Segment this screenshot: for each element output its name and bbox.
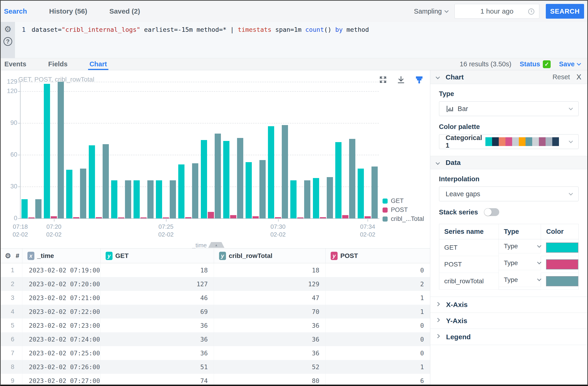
bar-cribl_rowTotal[interactable] <box>125 180 131 218</box>
bar-cribl_rowTotal[interactable] <box>170 180 176 218</box>
chart-settings-header[interactable]: Chart Reset X <box>430 70 587 84</box>
bar-POST[interactable] <box>275 217 281 218</box>
reset-button[interactable]: Reset <box>552 73 570 81</box>
bar-cribl_rowTotal[interactable] <box>147 180 154 218</box>
column-header-POST[interactable]: yPOST <box>326 249 430 263</box>
bar-cribl_rowTotal[interactable] <box>304 180 310 218</box>
bar-POST[interactable] <box>252 216 259 218</box>
table-settings-gear-icon[interactable]: ⚙ <box>5 252 11 259</box>
nav-tab-history[interactable]: History (56) <box>49 7 87 15</box>
sampling-dropdown[interactable]: Sampling <box>414 8 448 15</box>
paintbrush-icon[interactable] <box>415 75 424 84</box>
bar-POST[interactable] <box>118 217 124 218</box>
bar-GET[interactable] <box>89 145 95 218</box>
column-header-GET[interactable]: yGET <box>101 249 214 263</box>
series-type-dropdown[interactable]: Type <box>499 256 541 270</box>
x-axis-label: _time <box>192 242 207 249</box>
query-text[interactable]: dataset="cribl_internal_logs" earliest=-… <box>32 26 369 33</box>
panel-resize-handle[interactable]: ▲ <box>208 242 224 248</box>
close-icon[interactable]: X <box>576 73 581 81</box>
bar-POST[interactable] <box>51 216 57 218</box>
legend-item[interactable]: POST <box>382 206 424 213</box>
bar-cribl_rowTotal[interactable] <box>35 199 42 218</box>
bar-GET[interactable] <box>156 180 162 218</box>
bar-cribl_rowTotal[interactable] <box>282 125 288 218</box>
bar-cribl_rowTotal[interactable] <box>259 160 266 218</box>
expand-icon[interactable] <box>379 76 387 84</box>
axis-badge-x: x <box>27 252 34 260</box>
color-palette-dropdown[interactable]: Categorical 1 <box>439 134 579 149</box>
save-dropdown[interactable]: Save <box>559 60 580 68</box>
section-y-axis[interactable]: Y-Axis <box>430 313 587 329</box>
bar-cribl_rowTotal[interactable] <box>103 144 109 218</box>
column-header-#[interactable]: ⚙# <box>1 249 22 263</box>
query-code-area[interactable]: 1 dataset="cribl_internal_logs" earliest… <box>15 22 587 58</box>
section-legend[interactable]: Legend <box>430 329 587 345</box>
interpolation-dropdown[interactable]: Leave gaps <box>439 187 579 201</box>
bar-GET[interactable] <box>290 180 296 218</box>
bar-POST[interactable] <box>28 217 35 218</box>
series-type-dropdown[interactable]: Type <box>499 273 541 287</box>
bar-GET[interactable] <box>246 162 252 218</box>
legend-item[interactable]: GET <box>382 197 424 205</box>
bar-GET[interactable] <box>268 126 274 218</box>
bar-GET[interactable] <box>66 170 72 218</box>
bar-cribl_rowTotal[interactable] <box>237 138 243 218</box>
tab-fields[interactable]: Fields <box>48 58 67 70</box>
bar-GET[interactable] <box>335 142 341 218</box>
nav-tab-search[interactable]: Search <box>4 7 27 15</box>
bar-GET[interactable] <box>133 180 140 218</box>
bar-cribl_rowTotal[interactable] <box>58 82 64 218</box>
bar-GET[interactable] <box>21 199 28 218</box>
series-color-swatch[interactable] <box>546 243 578 253</box>
column-header-_time[interactable]: x_time <box>22 249 101 263</box>
tab-chart[interactable]: Chart <box>89 58 107 70</box>
tab-events[interactable]: Events <box>4 58 26 70</box>
bar-GET[interactable] <box>111 180 117 218</box>
bar-GET[interactable] <box>178 164 185 218</box>
bar-cribl_rowTotal[interactable] <box>327 177 333 218</box>
panel-title: Chart <box>446 73 464 81</box>
time-range-input[interactable]: 1 hour ago <box>455 4 539 19</box>
bar-POST[interactable] <box>163 217 169 218</box>
download-icon[interactable] <box>397 76 405 84</box>
editor-settings-gear-icon[interactable]: ⚙ <box>4 25 12 33</box>
bar-GET[interactable] <box>223 141 230 218</box>
bar-POST[interactable] <box>185 217 191 218</box>
column-header-cribl_rowTotal[interactable]: ycribl_rowTotal <box>214 249 326 263</box>
bar-GET[interactable] <box>358 169 364 218</box>
bar-GET[interactable] <box>201 140 207 218</box>
series-color-swatch[interactable] <box>546 276 578 286</box>
bar-POST[interactable] <box>342 215 348 218</box>
bar-GET[interactable] <box>44 84 50 218</box>
series-color-swatch[interactable] <box>546 259 578 270</box>
bar-cribl_rowTotal[interactable] <box>349 139 355 218</box>
nav-tab-saved[interactable]: Saved (2) <box>109 7 140 15</box>
bar-POST[interactable] <box>208 212 214 218</box>
data-section-header[interactable]: Data <box>430 156 587 169</box>
bar-POST[interactable] <box>320 217 326 218</box>
bar-POST[interactable] <box>96 217 102 218</box>
bar-POST[interactable] <box>365 216 371 218</box>
bar-GET[interactable] <box>313 178 319 218</box>
help-icon[interactable]: ? <box>3 37 12 46</box>
bar-POST[interactable] <box>140 217 147 218</box>
legend-item[interactable]: cribl_...Total <box>382 215 424 222</box>
section-x-axis[interactable]: X-Axis <box>430 297 587 313</box>
bar-group <box>20 82 43 218</box>
bar-POST[interactable] <box>230 215 236 218</box>
chart-type-dropdown[interactable]: Bar <box>439 101 579 116</box>
bar-cribl_rowTotal[interactable] <box>80 169 86 218</box>
bar-group <box>155 82 177 218</box>
bar-cribl_rowTotal[interactable] <box>215 134 221 218</box>
series-type-dropdown[interactable]: Type <box>499 239 541 253</box>
bar-cribl_rowTotal[interactable] <box>372 167 378 218</box>
bar-POST[interactable] <box>73 217 79 218</box>
bar-POST[interactable] <box>297 217 303 218</box>
search-button[interactable]: SEARCH <box>546 4 584 19</box>
bar-cribl_rowTotal[interactable] <box>192 163 198 218</box>
legend-label: POST <box>391 206 408 213</box>
stack-series-toggle[interactable] <box>484 208 499 216</box>
status-link[interactable]: Status ✓ <box>520 60 551 68</box>
column-label: cribl_rowTotal <box>229 252 272 260</box>
